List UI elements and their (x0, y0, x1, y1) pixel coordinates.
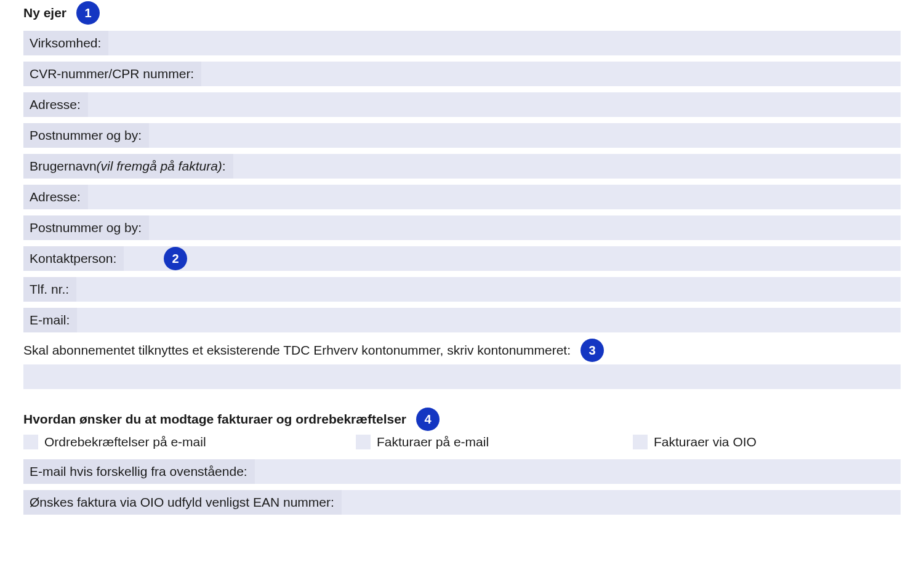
checkbox-fakturaer-oio[interactable] (633, 435, 648, 449)
konto-question-line: Skal abonnementet tilknyttes et eksister… (23, 339, 901, 362)
label-cvr: CVR-nummer/CPR nummer: (23, 62, 201, 86)
label-email-diff: E-mail hvis forskellig fra ovenstående: (23, 459, 255, 484)
label-email: E-mail: (23, 308, 77, 332)
input-virksomhed[interactable] (108, 31, 901, 55)
input-tlf[interactable] (76, 277, 901, 302)
row-virksomhed: Virksomhed: (23, 31, 901, 55)
badge-2: 2 (164, 247, 187, 270)
badge-3: 3 (581, 339, 604, 362)
checkbox-ordrebekraeftelser[interactable] (23, 435, 38, 449)
label-kontaktperson: Kontaktperson: (23, 246, 124, 271)
section-ny-ejer-title: Ny ejer (23, 6, 66, 20)
section-ny-ejer-header: Ny ejer 1 (23, 0, 901, 25)
input-ean[interactable] (342, 490, 901, 515)
row-adresse1: Adresse: (23, 92, 901, 117)
label-brugernavn-suffix: : (222, 159, 226, 174)
row-kontaktperson: Kontaktperson: 2 (23, 246, 901, 271)
row-postby2: Postnummer og by: (23, 215, 901, 240)
label-postby1: Postnummer og by: (23, 123, 149, 148)
input-adresse2[interactable] (88, 185, 901, 209)
checkbox-fakturaer-email[interactable] (356, 435, 371, 449)
label-adresse2: Adresse: (23, 185, 88, 209)
input-postby1[interactable] (149, 123, 901, 148)
input-postby2[interactable] (149, 215, 901, 240)
row-cvr: CVR-nummer/CPR nummer: (23, 62, 901, 86)
checkbox-label-fakturaer-oio: Fakturaer via OIO (654, 435, 757, 449)
row-tlf: Tlf. nr.: (23, 277, 901, 302)
section-faktura-header: Hvordan ønsker du at modtage fakturaer o… (23, 406, 901, 431)
row-email: E-mail: (23, 308, 901, 332)
input-cvr[interactable] (201, 62, 901, 86)
row-email-diff: E-mail hvis forskellig fra ovenstående: (23, 459, 901, 484)
checkbox-row: Ordrebekræftelser på e-mail Fakturaer på… (23, 435, 901, 449)
badge-4: 4 (416, 408, 440, 431)
row-kontonummer (23, 364, 901, 389)
section-faktura-title: Hvordan ønsker du at modtage fakturaer o… (23, 412, 406, 427)
input-adresse1[interactable] (88, 92, 901, 117)
label-postby2: Postnummer og by: (23, 215, 149, 240)
label-tlf: Tlf. nr.: (23, 277, 76, 302)
checkbox-item-ordrebekraeftelser: Ordrebekræftelser på e-mail (23, 435, 356, 449)
checkbox-label-ordrebekraeftelser: Ordrebekræftelser på e-mail (44, 435, 206, 449)
input-kontaktperson[interactable] (161, 246, 901, 271)
label-brugernavn-italic: (vil fremgå på faktura) (97, 159, 222, 174)
checkbox-item-fakturaer-oio: Fakturaer via OIO (633, 435, 901, 449)
label-adresse1: Adresse: (23, 92, 88, 117)
input-email[interactable] (77, 308, 901, 332)
label-ean: Ønskes faktura via OIO udfyld venligst E… (23, 490, 342, 515)
badge-1: 1 (76, 1, 100, 25)
checkbox-item-fakturaer-email: Fakturaer på e-mail (356, 435, 633, 449)
row-postby1: Postnummer og by: (23, 123, 901, 148)
row-ean: Ønskes faktura via OIO udfyld venligst E… (23, 490, 901, 515)
input-kontonummer[interactable] (30, 364, 901, 389)
row-brugernavn: Brugernavn (vil fremgå på faktura) : (23, 154, 901, 179)
input-email-diff[interactable] (255, 459, 901, 484)
label-virksomhed: Virksomhed: (23, 31, 108, 55)
checkbox-label-fakturaer-email: Fakturaer på e-mail (377, 435, 489, 449)
input-brugernavn[interactable] (233, 154, 901, 179)
konto-question-text: Skal abonnementet tilknyttes et eksister… (23, 343, 571, 358)
label-brugernavn: Brugernavn (vil fremgå på faktura) : (23, 154, 233, 179)
label-brugernavn-prefix: Brugernavn (30, 159, 97, 174)
row-adresse2: Adresse: (23, 185, 901, 209)
